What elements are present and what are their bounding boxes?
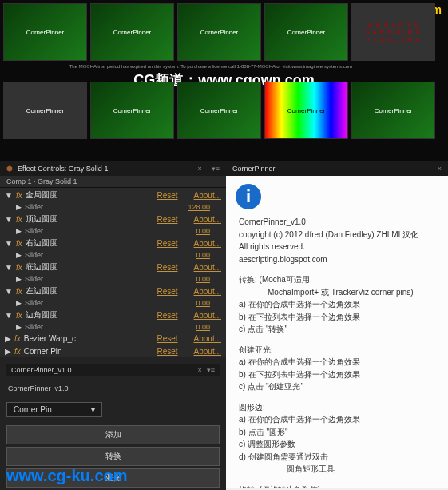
slider-value[interactable]: 0.00 — [196, 227, 210, 235]
slider-value[interactable]: 0.00 — [196, 275, 210, 283]
thumb: CornerPinner — [264, 3, 348, 61]
close-icon[interactable]: × — [197, 366, 201, 374]
tri-down-icon[interactable]: ▼ — [5, 215, 13, 224]
close-icon[interactable]: × — [438, 165, 442, 173]
ec-effects-list: ▼fx全局圆度ResetAbout... ▶Slider128.00 ▼fx顶边… — [0, 188, 226, 357]
tri-right-icon[interactable]: ▶ — [5, 334, 11, 343]
sec-line: b) 点击 "圆形" — [239, 426, 438, 439]
tri-right-icon[interactable]: ▶ — [5, 347, 11, 356]
thumb-label: CornerPinner — [287, 107, 326, 114]
sec-line: c) 点击 "创建亚光" — [239, 380, 438, 393]
cp-title: CornerPinner_v1.0 — [6, 381, 220, 399]
fx-row[interactable]: ▼fx顶边圆度ResetAbout... — [0, 212, 226, 226]
tri-right-icon[interactable]: ▶ — [16, 299, 22, 307]
slider-value[interactable]: 0.00 — [196, 251, 210, 259]
thumb: CornerPinner — [3, 82, 87, 139]
about-link[interactable]: About... — [194, 311, 221, 320]
ec-icon: ⬢ — [6, 165, 13, 173]
fx-icon: fx — [16, 311, 22, 320]
tri-down-icon[interactable]: ▼ — [5, 191, 13, 200]
fx-icon: fx — [14, 347, 21, 356]
tri-down-icon[interactable]: ▼ — [5, 263, 13, 272]
about-link[interactable]: About... — [194, 347, 221, 356]
fx-row[interactable]: ▼fx左边圆度ResetAbout... — [0, 284, 226, 298]
thumb-label: CornerPinner — [287, 29, 326, 36]
reset-link[interactable]: Reset — [157, 287, 177, 296]
dialog-copy: CornerPinner_v1.0 copyright (c) 2012 dfr… — [239, 216, 438, 488]
fx-name: 边角圆度 — [26, 309, 157, 321]
tri-right-icon[interactable]: ▶ — [16, 275, 22, 283]
convert-button[interactable]: 转换 — [6, 447, 220, 466]
tri-right-icon[interactable]: ▶ — [16, 203, 22, 211]
thumb: CornerPinner — [177, 3, 261, 61]
slider-label: Slider — [25, 323, 196, 331]
thumb: CornerPinner — [90, 82, 174, 139]
tri-down-icon[interactable]: ▼ — [5, 311, 13, 320]
fx-name: Corner Pin — [24, 347, 157, 356]
top-banner: www.cg-ku.com CornerPinner CornerPinner … — [0, 0, 448, 161]
dialog-body: i CornerPinner_v1.0 copyright (c) 2012 d… — [226, 176, 448, 488]
reset-link[interactable]: Reset — [157, 311, 177, 320]
fx-row[interactable]: ▼fx右边圆度ResetAbout... — [0, 236, 226, 250]
slider-row: ▶Slider0.00 — [0, 274, 226, 284]
thumb-label: CornerPinner — [113, 107, 152, 114]
reset-link[interactable]: Reset — [157, 334, 177, 343]
cp-header: CornerPinner_v1.0 × ▾≡ — [6, 364, 220, 376]
fx-row[interactable]: ▼fx全局圆度ResetAbout... — [0, 188, 226, 202]
slider-label: Slider — [25, 251, 196, 259]
tri-right-icon[interactable]: ▶ — [16, 227, 22, 235]
slider-value[interactable]: 128.00 — [188, 203, 210, 211]
dialog-header: CornerPinner × — [226, 161, 448, 176]
fx-icon: fx — [16, 287, 22, 296]
reset-link[interactable]: Reset — [157, 191, 177, 200]
lower-area: ⬢ Effect Controls: Gray Solid 1 × ▾≡ Com… — [0, 161, 448, 490]
panel-menu-icon[interactable]: ▾≡ — [212, 165, 220, 173]
add-button[interactable]: 添加 — [6, 425, 220, 444]
about-link[interactable]: About... — [194, 334, 221, 343]
sec-title: 圆形边: — [239, 401, 438, 414]
slider-value[interactable]: 0.00 — [196, 299, 210, 307]
slider-row: ▶Slider0.00 — [0, 322, 226, 332]
fx-name: 顶边圆度 — [26, 213, 157, 225]
ec-subheader: Comp 1 · Gray Solid 1 — [0, 176, 226, 188]
sec-line: b) 在下拉列表中选择一个边角效果 — [239, 311, 438, 324]
thumb: CornerPinner — [3, 3, 87, 61]
effect-controls-panel: ⬢ Effect Controls: Gray Solid 1 × ▾≡ Com… — [0, 161, 226, 357]
tri-right-icon[interactable]: ▶ — [16, 251, 22, 259]
fx-row[interactable]: ▼fx底边圆度ResetAbout... — [0, 260, 226, 274]
tri-down-icon[interactable]: ▼ — [5, 287, 13, 296]
cornerpin-dropdown[interactable]: Corner Pin ▾ — [6, 402, 102, 417]
about-link[interactable]: About... — [194, 191, 221, 200]
sec-line: c) 点击 "转换" — [239, 323, 438, 336]
section-rotate: 旋转: (仅旋转边角数值) a) 在你的合成中选择一个边角效果 b) 单击你想要… — [239, 484, 438, 488]
fx-row[interactable]: ▶fxBezier Warp_cResetAbout... — [0, 332, 226, 345]
sec-line: d) 创建圆角需要通过双击 — [239, 451, 438, 464]
fx-row[interactable]: ▶fxCorner PinResetAbout... — [0, 345, 226, 357]
about-link[interactable]: About... — [194, 287, 221, 296]
about-link[interactable]: About... — [194, 215, 221, 224]
close-icon[interactable]: × — [197, 165, 201, 173]
sec-title: 旋转: (仅旋转边角数值) — [239, 484, 438, 488]
thumb-label: CornerPinner — [200, 29, 239, 36]
rights-line: All rights reserved. — [239, 241, 438, 253]
slider-row: ▶Slider0.00 — [0, 226, 226, 236]
left-column: ⬢ Effect Controls: Gray Solid 1 × ▾≡ Com… — [0, 161, 226, 490]
fx-name: Bezier Warp_c — [24, 334, 157, 343]
reset-link[interactable]: Reset — [157, 239, 177, 248]
reset-link[interactable]: Reset — [157, 215, 177, 224]
tri-right-icon[interactable]: ▶ — [16, 323, 22, 331]
tri-down-icon[interactable]: ▼ — [5, 239, 13, 248]
fx-row[interactable]: ▼fx边角圆度ResetAbout... — [0, 308, 226, 322]
slider-value[interactable]: 0.00 — [196, 323, 210, 331]
sec-title: 转换: (Mocha可适用, — [239, 273, 438, 286]
ec-tab-title[interactable]: Effect Controls: Gray Solid 1 — [18, 165, 108, 173]
slider-row: ▶Slider0.00 — [0, 250, 226, 260]
reset-link[interactable]: Reset — [157, 347, 177, 356]
about-link[interactable]: About... — [194, 263, 221, 272]
about-link[interactable]: About... — [194, 239, 221, 248]
about-dialog: CornerPinner × i CornerPinner_v1.0 copyr… — [226, 161, 448, 490]
panel-menu-icon[interactable]: ▾≡ — [207, 366, 215, 374]
thumb-label: CornerPinner — [26, 29, 65, 36]
thumb: CornerPinner — [351, 82, 435, 139]
reset-link[interactable]: Reset — [157, 263, 177, 272]
